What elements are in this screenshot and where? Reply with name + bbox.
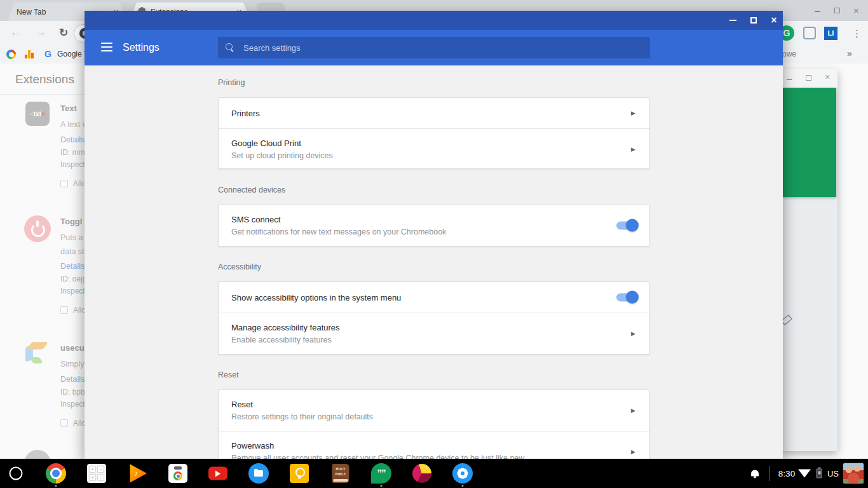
browser-minimize-button[interactable] [815,11,820,12]
details-link[interactable]: Details [60,135,87,144]
bible-app[interactable]: HOLYBIBLE [332,464,349,483]
calculator-icon: +−×= [87,464,106,483]
keyboard-layout[interactable]: US [827,469,839,478]
bookmark-google[interactable]: Google T [57,50,88,58]
icon-text: txt [34,111,41,118]
inspect-link[interactable]: Inspect [60,287,86,295]
row-title: Printers [231,109,637,118]
inspect-link[interactable]: Inspect [60,400,86,409]
bookmark-overflow[interactable]: owe [782,50,796,58]
chrome-app[interactable] [46,463,66,484]
maximize-button[interactable] [744,11,763,30]
extension-description: data st [60,247,86,256]
reset-row[interactable]: Reset Restore settings to their original… [219,390,649,431]
reset-card: Reset Restore settings to their original… [218,390,650,459]
hangouts-app[interactable]: ”” [371,463,391,484]
text-extension-icon: <txt> [25,102,50,126]
close-button[interactable]: × [764,11,783,30]
sms-connect-toggle[interactable] [616,222,637,230]
row-subtitle: Set up cloud printing devices [231,151,637,160]
clock[interactable]: 8:30 [778,469,795,478]
chevron-right-icon: ▶ [631,449,635,455]
section-label-connected-devices: Connected devices [218,186,285,194]
screenshot-icon[interactable] [803,27,816,39]
calculator-app[interactable]: +−×= [87,464,106,483]
bookmark-favicon-ring[interactable] [6,50,16,59]
play-music-app[interactable]: ♪ [128,464,147,483]
settings-app[interactable] [452,463,473,484]
maximize-icon[interactable] [806,75,811,81]
row-title: SMS connect [231,215,637,224]
extension-entry: usecu Simply Details ID: bpb Inspect All… [60,343,86,428]
checkbox-label: Allo [73,179,86,188]
game-ball-app[interactable] [412,464,431,483]
minimize-button[interactable] [723,11,742,30]
allow-checkbox-row[interactable]: Allo [60,177,87,189]
minimize-icon[interactable] [787,79,792,80]
extension-id: ID: bpb [60,388,86,396]
launcher-button[interactable] [10,467,23,480]
wifi-status[interactable] [798,470,811,478]
forward-icon[interactable]: → [36,26,46,39]
settings-search-box[interactable] [218,37,650,58]
extension-title: Text [60,104,87,113]
row-title: Reset [231,400,637,409]
active-app-dot [55,485,57,487]
settings-gear-icon [452,463,473,484]
settings-titlebar[interactable]: × [85,11,783,30]
connected-devices-card: SMS connect Get notifications for new te… [218,205,650,247]
battery-status[interactable] [817,469,822,478]
checkbox[interactable] [60,180,68,187]
show-accessibility-options-row[interactable]: Show accessibility options in the system… [219,282,649,313]
checkbox-label: Allo [73,306,86,315]
background-app-window[interactable]: × [782,69,837,451]
close-icon[interactable]: × [825,72,830,82]
browser-menu-icon[interactable]: ⋮ [852,28,862,39]
battery-icon [817,469,822,478]
browser-close-button[interactable]: × [853,6,859,15]
icon-text: > [41,111,45,118]
notifications-button[interactable] [750,469,759,478]
row-title: Google Cloud Print [231,139,637,148]
web-store-app[interactable] [168,464,187,483]
files-icon [248,463,269,484]
page-title: Extensions [15,72,74,86]
allow-checkbox-row[interactable]: Allo [60,417,86,428]
back-icon[interactable]: ← [10,26,21,39]
browser-restore-button[interactable] [834,8,840,13]
tab-partial[interactable] [257,3,285,11]
printers-row[interactable]: Printers ▶ [219,98,649,128]
sms-connect-row[interactable]: SMS connect Get notifications for new te… [219,205,649,246]
search-input[interactable] [243,43,642,53]
reload-icon[interactable]: ↻ [59,26,68,39]
analytics-bookmark-icon[interactable] [25,50,34,58]
accessibility-options-toggle[interactable] [616,294,637,302]
files-app[interactable] [248,463,269,484]
extension-id: ID: mm [60,148,87,157]
powerwash-row[interactable]: Powerwash Remove all user accounts and r… [219,431,649,459]
bell-icon [750,469,759,478]
section-label-accessibility: Accessibility [218,262,261,271]
youtube-app[interactable] [208,467,227,480]
extension-description: Simply [60,360,86,369]
manage-accessibility-row[interactable]: Manage accessibility features Enable acc… [219,313,649,354]
li-extension-icon[interactable]: LI [824,27,837,40]
google-g-icon[interactable]: G [44,49,51,59]
checkbox[interactable] [60,306,68,314]
allow-checkbox-row[interactable]: Allo [60,304,86,315]
google-cloud-print-row[interactable]: Google Cloud Print Set up cloud printing… [219,128,649,169]
details-link[interactable]: Details [60,375,86,384]
section-label-reset: Reset [218,370,239,379]
toggl-extension-icon [24,215,51,242]
user-account-button[interactable] [843,463,864,484]
bookmarks-overflow-chevron[interactable]: » [847,48,852,58]
inspect-link[interactable]: Inspect [60,160,87,169]
launcher-icon [10,467,23,480]
details-link[interactable]: Details [60,262,86,271]
keep-app[interactable] [290,464,309,483]
tab-label: New Tab [17,8,46,17]
extension-description: Puts a [60,233,86,242]
chrome-icon [46,463,66,484]
menu-icon[interactable] [101,43,112,51]
checkbox[interactable] [60,419,68,427]
